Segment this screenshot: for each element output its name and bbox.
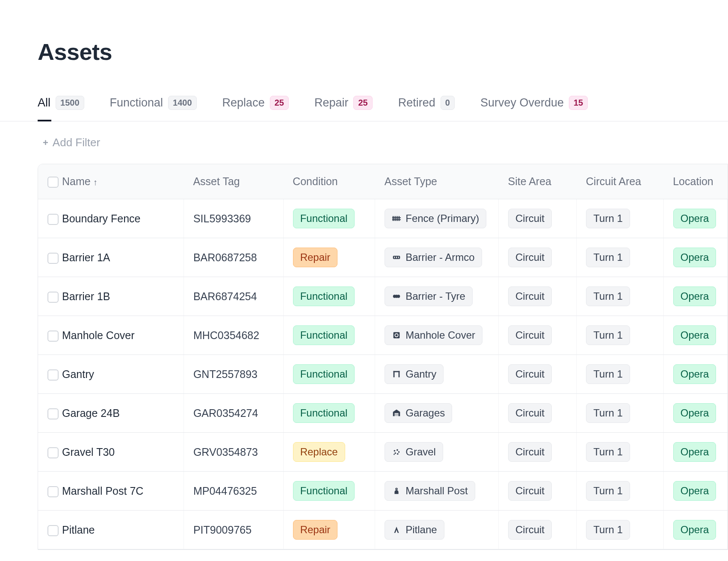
site-chip[interactable]: Circuit [508,364,552,384]
type-chip[interactable]: Barrier - Armco [385,248,482,267]
site-chip[interactable]: Circuit [508,325,552,345]
svg-point-22 [394,450,396,452]
tag-cell: SIL5993369 [183,199,283,238]
name-cell: Gravel T30 [62,433,183,472]
site-chip[interactable]: Circuit [508,520,552,540]
tabs-bar: All1500Functional1400Replace25Repair25Re… [0,65,728,121]
type-chip[interactable]: Barrier - Tyre [385,286,473,306]
condition-pill: Replace [293,442,345,462]
svg-point-15 [395,334,398,337]
location-chip[interactable]: Opera [673,520,716,540]
column-header-site-area[interactable]: Site Area [498,164,576,199]
location-chip[interactable]: Opera [673,442,716,462]
location-cell: Opera [663,199,727,238]
add-filter-button[interactable]: + Add Filter [43,136,100,149]
table-row[interactable]: Marshall Post 7CMP04476325FunctionalMars… [38,472,728,511]
tab-survey-overdue[interactable]: Survey Overdue15 [480,96,588,121]
circuit-chip[interactable]: Turn 1 [586,248,630,267]
column-header-condition[interactable]: Condition [283,164,375,199]
circuit-chip[interactable]: Turn 1 [586,403,630,423]
select-all-checkbox[interactable] [47,177,59,188]
plus-icon: + [43,137,48,148]
site-chip[interactable]: Circuit [508,248,552,267]
table-row[interactable]: Gravel T30GRV0354873ReplaceGravelCircuit… [38,433,728,472]
tab-retired[interactable]: Retired0 [398,96,455,121]
type-chip[interactable]: Gravel [385,442,443,462]
location-chip[interactable]: Opera [673,209,716,228]
column-header-asset-tag[interactable]: Asset Tag [183,164,283,199]
site-chip[interactable]: Circuit [508,209,552,228]
table-row[interactable]: Barrier 1BBAR6874254FunctionalBarrier - … [38,277,728,316]
type-chip[interactable]: Gantry [385,364,444,384]
table-row[interactable]: Garage 24BGAR0354274FunctionalGaragesCir… [38,394,728,433]
circuit-chip[interactable]: Turn 1 [586,364,630,384]
site-chip[interactable]: Circuit [508,442,552,462]
table-row[interactable]: GantryGNT2557893FunctionalGantryCircuitT… [38,355,728,394]
circuit-chip[interactable]: Turn 1 [586,481,630,501]
svg-rect-8 [396,257,397,259]
condition-cell: Functional [283,472,375,511]
type-cell: Pitlane [375,511,499,549]
svg-rect-0 [393,216,394,221]
site-chip[interactable]: Circuit [508,403,552,423]
tab-all[interactable]: All1500 [38,96,84,121]
row-checkbox[interactable] [47,447,59,458]
row-checkbox[interactable] [47,292,59,303]
location-chip[interactable]: Opera [673,403,716,423]
location-chip[interactable]: Opera [673,481,716,501]
tab-functional[interactable]: Functional1400 [110,96,197,121]
type-chip[interactable]: Marshall Post [385,481,475,501]
checkbox-cell [38,316,62,355]
circuit-chip[interactable]: Turn 1 [586,209,630,228]
condition-pill: Functional [293,481,355,501]
table-row[interactable]: Boundary FenceSIL5993369FunctionalFence … [38,199,728,238]
location-chip[interactable]: Opera [673,286,716,306]
circuit-chip[interactable]: Turn 1 [586,442,630,462]
svg-rect-3 [399,216,400,221]
location-cell: Opera [663,511,727,549]
table-container: Name↑Asset TagConditionAsset TypeSite Ar… [38,164,728,550]
location-chip[interactable]: Opera [673,364,716,384]
type-chip[interactable]: Manhole Cover [385,325,482,345]
site-cell: Circuit [498,238,576,277]
table-row[interactable]: Barrier 1ABAR0687258RepairBarrier - Armc… [38,238,728,277]
type-chip[interactable]: Pitlane [385,520,444,540]
table-header-row: Name↑Asset TagConditionAsset TypeSite Ar… [38,164,728,199]
row-checkbox[interactable] [47,486,59,497]
filter-row: + Add Filter [0,121,728,164]
row-checkbox[interactable] [47,253,59,264]
row-checkbox[interactable] [47,525,59,536]
table-row[interactable]: PitlanePIT9009765RepairPitlaneCircuitTur… [38,511,728,549]
row-checkbox[interactable] [47,214,59,225]
tab-repair[interactable]: Repair25 [314,96,373,121]
circuit-chip[interactable]: Turn 1 [586,286,630,306]
row-checkbox[interactable] [47,369,59,381]
table-row[interactable]: Manhole CoverMHC0354682FunctionalManhole… [38,316,728,355]
site-cell: Circuit [498,277,576,316]
location-chip[interactable]: Opera [673,325,716,345]
location-chip[interactable]: Opera [673,248,716,267]
column-header-circuit-area[interactable]: Circuit Area [577,164,663,199]
row-checkbox[interactable] [47,408,59,419]
column-header-location[interactable]: Location [663,164,727,199]
site-chip[interactable]: Circuit [508,481,552,501]
svg-rect-21 [395,415,399,416]
circuit-chip[interactable]: Turn 1 [586,520,630,540]
location-cell: Opera [663,316,727,355]
row-checkbox[interactable] [47,331,59,342]
type-cell: Marshall Post [375,472,499,511]
tab-replace[interactable]: Replace25 [222,96,289,121]
name-cell: Gantry [62,355,183,394]
circuit-chip[interactable]: Turn 1 [586,325,630,345]
circuit-cell: Turn 1 [577,472,663,511]
garage-icon [392,408,401,418]
column-header-asset-type[interactable]: Asset Type [375,164,499,199]
column-header-name[interactable]: Name↑ [62,164,183,199]
circuit-cell: Turn 1 [577,238,663,277]
type-chip[interactable]: Fence (Primary) [385,209,486,228]
type-chip[interactable]: Garages [385,403,452,423]
site-chip[interactable]: Circuit [508,286,552,306]
site-cell: Circuit [498,316,576,355]
svg-rect-18 [394,371,400,372]
name-cell: Barrier 1A [62,238,183,277]
